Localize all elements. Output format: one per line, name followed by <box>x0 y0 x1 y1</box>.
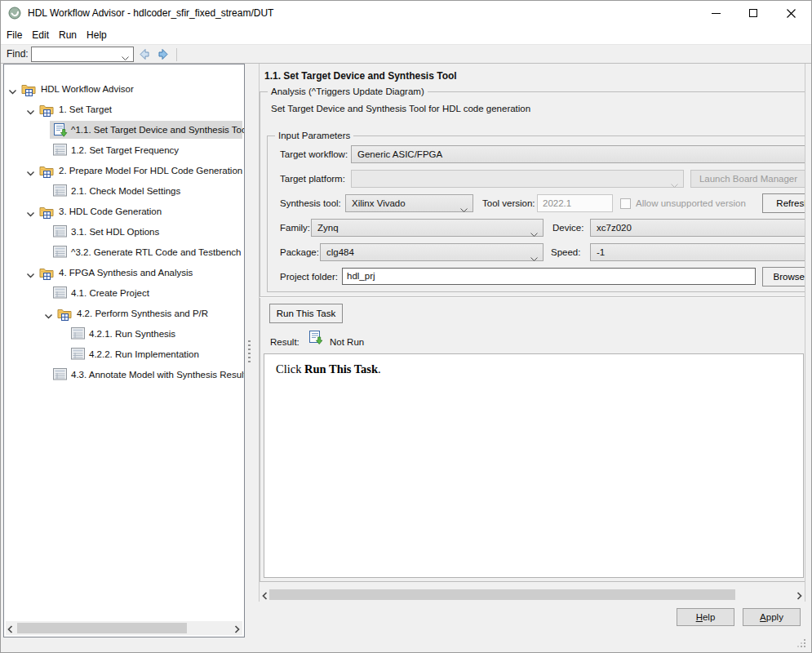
chevron-down-icon[interactable] <box>122 52 129 64</box>
minimize-button[interactable] <box>697 1 734 25</box>
apply-button[interactable]: Apply <box>743 608 801 626</box>
tree-item-label: 4.1. Create Project <box>71 283 149 304</box>
workflow-tree: HDL Workflow Advisor1. Set Target^1.1. S… <box>3 64 245 637</box>
chevron-down-icon <box>671 177 678 193</box>
tree-item[interactable]: 1.2. Set Target Frequency <box>4 140 244 161</box>
project-folder-label: Project folder: <box>280 268 338 286</box>
chevron-down-icon[interactable] <box>8 87 17 93</box>
find-next-button[interactable] <box>155 47 171 61</box>
maximize-button[interactable] <box>734 1 772 25</box>
refresh-button[interactable]: Refresh <box>762 193 805 213</box>
tree-item-label: 4.2.1. Run Synthesis <box>89 324 175 344</box>
tree-item[interactable]: 1. Set Target <box>4 100 244 120</box>
tree-item-label: HDL Workflow Advisor <box>41 79 134 100</box>
synthesis-tool-select[interactable]: Xilinx Vivado <box>345 194 473 212</box>
tree-item[interactable]: 4.2. Perform Synthesis and P/R <box>4 304 244 324</box>
resize-grip-icon[interactable] <box>797 639 806 648</box>
result-message: Click Run This Task. <box>276 362 381 376</box>
tree-item[interactable]: 4.1. Create Project <box>4 283 244 304</box>
task-icon <box>71 327 86 341</box>
tree-item-label: ^1.1. Set Target Device and Synthesis To… <box>71 120 245 140</box>
tree-item[interactable]: ^1.1. Set Target Device and Synthesis To… <box>4 120 244 140</box>
tree-item-label: 3. HDL Code Generation <box>59 202 162 222</box>
package-label: Package: <box>280 243 319 261</box>
help-button[interactable]: Help <box>677 608 734 626</box>
task-folder-icon <box>39 164 54 178</box>
speed-label: Speed: <box>551 243 580 261</box>
scrollbar-thumb[interactable] <box>269 589 735 600</box>
device-value: xc7z020 <box>597 223 632 233</box>
chevron-down-icon <box>460 202 468 218</box>
scroll-right-icon[interactable] <box>796 591 802 602</box>
family-value: Zynq <box>317 223 339 233</box>
package-select[interactable]: clg484 <box>320 243 544 261</box>
project-folder-input[interactable]: hdl_prj <box>342 268 756 285</box>
task-icon <box>53 287 68 300</box>
tree-horizontal-scrollbar[interactable] <box>6 621 242 635</box>
speed-field[interactable]: -1 <box>590 243 805 261</box>
task-folder-icon <box>39 266 54 280</box>
run-task-icon <box>53 123 68 137</box>
target-workflow-label: Target workflow: <box>280 145 348 163</box>
target-platform-label: Target platform: <box>280 170 345 188</box>
tree-item[interactable]: 3. HDL Code Generation <box>4 202 244 222</box>
menu-edit[interactable]: Edit <box>27 26 54 44</box>
run-this-task-button[interactable]: Run This Task <box>269 304 343 323</box>
scrollbar-thumb[interactable] <box>17 623 187 633</box>
analysis-group-label: Analysis (^Triggers Update Diagram) <box>268 86 428 98</box>
menu-file[interactable]: File <box>2 26 27 44</box>
task-folder-icon <box>39 103 54 117</box>
task-icon <box>53 246 68 260</box>
menu-run[interactable]: Run <box>54 26 82 44</box>
tree-item-label: 2.1. Check Model Settings <box>71 181 180 202</box>
tree-item[interactable]: 4.2.2. Run Implementation <box>4 344 244 365</box>
speed-value: -1 <box>597 247 605 257</box>
tree-item[interactable]: HDL Workflow Advisor <box>4 79 244 100</box>
browse-button[interactable]: Browse... <box>762 267 805 287</box>
title-bar: HDL Workflow Advisor - hdlcoder_sfir_fix… <box>0 0 812 26</box>
tree-item[interactable]: 3.1. Set HDL Options <box>4 222 244 242</box>
scroll-left-icon[interactable] <box>262 591 268 602</box>
tree-item[interactable]: 2. Prepare Model For HDL Code Generation <box>4 161 244 181</box>
find-input[interactable] <box>33 48 118 60</box>
device-label: Device: <box>552 219 583 237</box>
chevron-down-icon[interactable] <box>26 209 35 215</box>
arrow-right-icon <box>155 47 171 61</box>
tool-version-field: 2022.1 <box>537 194 613 212</box>
input-parameters-label: Input Parameters <box>275 130 353 142</box>
allow-unsupported-label: Allow unsupported version <box>636 194 746 212</box>
project-folder-value: hdl_prj <box>347 271 375 281</box>
result-output-area: Click Run This Task. <box>264 353 804 578</box>
allow-unsupported-checkbox <box>620 198 631 209</box>
task-description: Set Target Device and Synthesis Tool for… <box>271 104 530 113</box>
scroll-right-icon[interactable] <box>234 624 241 633</box>
scroll-left-icon[interactable] <box>7 624 14 633</box>
tree-item-label: 1.2. Set Target Frequency <box>71 140 179 161</box>
window-title: HDL Workflow Advisor - hdlcoder_sfir_fix… <box>28 0 273 26</box>
result-status: Not Run <box>330 335 364 349</box>
chevron-down-icon[interactable] <box>26 107 35 113</box>
target-workflow-select[interactable]: Generic ASIC/FPGA <box>351 145 805 163</box>
chevron-down-icon[interactable] <box>26 270 35 277</box>
tree-item[interactable]: 4. FPGA Synthesis and Analysis <box>4 263 244 283</box>
tree-item[interactable]: ^3.2. Generate RTL Code and Testbench <box>4 242 244 263</box>
not-run-status-icon <box>308 331 324 346</box>
chevron-down-icon[interactable] <box>26 168 35 175</box>
device-field[interactable]: xc7z020 <box>590 219 805 237</box>
chevron-down-icon[interactable] <box>44 311 53 318</box>
find-combobox[interactable] <box>31 47 134 62</box>
tree-item[interactable]: 2.1. Check Model Settings <box>4 181 244 202</box>
panel-splitter-handle[interactable] <box>248 340 251 363</box>
close-button[interactable] <box>772 1 810 25</box>
launch-board-manager-button: Launch Board Manager <box>690 170 805 188</box>
result-label: Result: <box>270 335 300 349</box>
menu-help[interactable]: Help <box>82 26 112 44</box>
synthesis-tool-value: Xilinx Vivado <box>352 198 406 208</box>
panel-horizontal-scrollbar[interactable] <box>260 588 805 602</box>
tree-item[interactable]: 4.3. Annotate Model with Synthesis Resul… <box>4 365 244 385</box>
target-platform-select <box>351 170 684 188</box>
tree-item[interactable]: 4.2.1. Run Synthesis <box>4 324 244 344</box>
find-previous-button[interactable] <box>137 47 153 61</box>
task-icon <box>53 368 68 382</box>
family-select[interactable]: Zynq <box>311 219 544 237</box>
